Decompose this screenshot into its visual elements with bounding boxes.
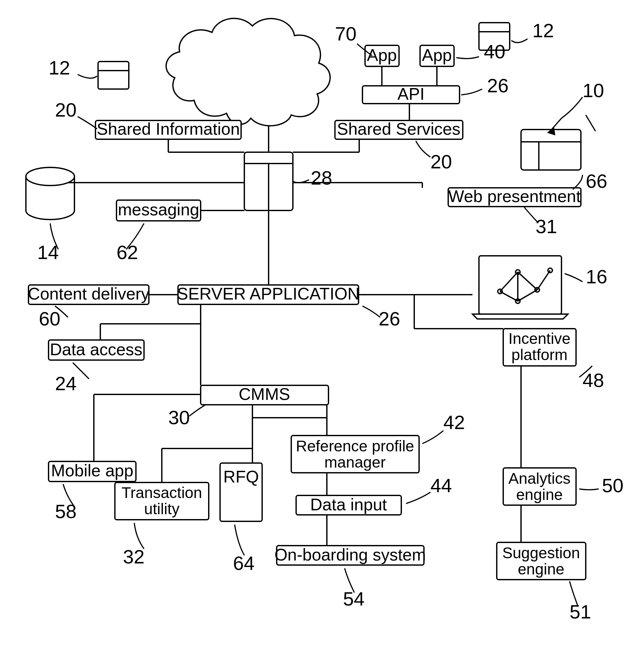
svg-text:20: 20 bbox=[55, 99, 77, 121]
svg-text:Data access: Data access bbox=[50, 340, 142, 359]
on-boarding-block: On-boarding system bbox=[274, 545, 426, 565]
svg-text:60: 60 bbox=[39, 308, 60, 330]
reference-profile-manager-block: Reference profile manager bbox=[291, 436, 419, 473]
svg-text:26: 26 bbox=[487, 75, 509, 97]
mobile-app-block: Mobile app bbox=[48, 461, 136, 481]
cmms-block: CMMS bbox=[201, 385, 329, 405]
svg-text:Transaction: Transaction bbox=[122, 484, 202, 501]
reference-numerals: 12 12 70 40 26 10 20 20 66 28 31 14 62 6… bbox=[37, 20, 624, 623]
svg-text:54: 54 bbox=[343, 588, 365, 610]
svg-text:On-boarding system: On-boarding system bbox=[274, 545, 426, 564]
svg-text:10: 10 bbox=[583, 80, 604, 101]
svg-text:20: 20 bbox=[430, 151, 452, 173]
app-block-2: App bbox=[420, 45, 454, 67]
svg-text:62: 62 bbox=[117, 241, 138, 263]
svg-text:12: 12 bbox=[532, 20, 554, 41]
svg-text:SERVER APPLICATION: SERVER APPLICATION bbox=[177, 284, 360, 303]
svg-text:API: API bbox=[397, 85, 424, 103]
database-icon bbox=[26, 168, 75, 220]
svg-text:Reference profile: Reference profile bbox=[296, 437, 414, 455]
window-icon-12a bbox=[98, 62, 129, 89]
incentive-platform-block: Incentive platform Incentive platform bbox=[503, 329, 576, 366]
svg-text:Web presentment: Web presentment bbox=[448, 187, 581, 206]
svg-text:64: 64 bbox=[233, 552, 255, 574]
svg-text:engine: engine bbox=[516, 486, 563, 503]
svg-text:28: 28 bbox=[311, 167, 332, 189]
svg-text:42: 42 bbox=[443, 412, 465, 433]
web-presentment-block: Web presentment bbox=[448, 187, 581, 207]
svg-text:31: 31 bbox=[536, 216, 557, 237]
svg-text:24: 24 bbox=[55, 373, 77, 395]
svg-text:Analytics: Analytics bbox=[508, 470, 570, 487]
svg-text:CMMS: CMMS bbox=[239, 385, 290, 404]
svg-text:16: 16 bbox=[586, 266, 608, 288]
rfq-block: RFQ bbox=[220, 463, 262, 521]
svg-text:50: 50 bbox=[602, 475, 624, 497]
svg-rect-42 bbox=[479, 256, 561, 314]
svg-text:44: 44 bbox=[430, 475, 452, 497]
system-diagram: App App API Shared Information Shared Se… bbox=[0, 0, 644, 646]
svg-text:32: 32 bbox=[123, 546, 145, 568]
svg-text:Data input: Data input bbox=[310, 495, 387, 514]
svg-text:Shared Information: Shared Information bbox=[97, 119, 240, 138]
svg-text:engine: engine bbox=[518, 560, 564, 578]
analytics-engine-block: Analytics engine bbox=[503, 468, 576, 505]
suggestion-engine-block: Suggestion engine bbox=[497, 542, 586, 579]
terminal-icon bbox=[473, 256, 568, 319]
svg-text:RFQ: RFQ bbox=[223, 467, 259, 486]
svg-rect-39 bbox=[521, 129, 581, 170]
svg-text:40: 40 bbox=[484, 41, 506, 63]
svg-text:51: 51 bbox=[569, 601, 591, 623]
svg-text:14: 14 bbox=[37, 241, 59, 263]
svg-text:58: 58 bbox=[55, 501, 77, 522]
svg-text:26: 26 bbox=[379, 308, 400, 330]
data-access-block: Data access bbox=[48, 340, 144, 360]
svg-text:Content delivery: Content delivery bbox=[28, 284, 149, 303]
svg-text:12: 12 bbox=[48, 57, 70, 79]
svg-text:Suggestion: Suggestion bbox=[502, 544, 580, 561]
hub-block bbox=[244, 152, 293, 210]
shared-information-block: Shared Information bbox=[96, 119, 241, 139]
window-icon-66 bbox=[521, 129, 581, 170]
app-block-1: App bbox=[365, 45, 399, 67]
shared-services-block: Shared Services bbox=[335, 119, 463, 139]
svg-text:manager: manager bbox=[324, 454, 385, 471]
svg-point-34 bbox=[26, 168, 75, 186]
svg-text:Shared Services: Shared Services bbox=[337, 119, 461, 138]
transaction-utility-block: Transaction utility bbox=[115, 482, 209, 520]
server-application-block: SERVER APPLICATION bbox=[177, 284, 360, 304]
svg-text:App: App bbox=[422, 46, 452, 65]
svg-text:platform: platform bbox=[511, 346, 567, 363]
svg-rect-35 bbox=[98, 62, 129, 89]
cloud-icon bbox=[166, 18, 330, 126]
svg-text:48: 48 bbox=[583, 369, 604, 391]
svg-text:messaging: messaging bbox=[118, 200, 199, 219]
svg-text:66: 66 bbox=[586, 170, 608, 192]
svg-text:Incentive: Incentive bbox=[508, 330, 570, 347]
svg-text:30: 30 bbox=[168, 407, 190, 428]
svg-text:70: 70 bbox=[335, 23, 357, 45]
content-delivery-block: Content delivery bbox=[28, 284, 149, 304]
messaging-block: messaging bbox=[117, 200, 201, 221]
svg-text:Mobile app: Mobile app bbox=[51, 461, 133, 480]
svg-text:utility: utility bbox=[144, 500, 179, 518]
data-input-block: Data input bbox=[296, 495, 401, 515]
api-block: API bbox=[363, 85, 460, 104]
